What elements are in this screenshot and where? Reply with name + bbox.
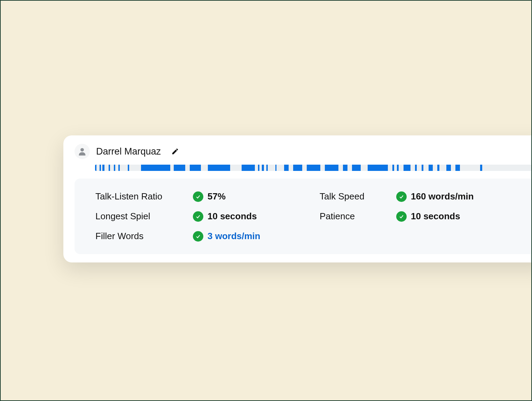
metric-value-talk-listen-ratio: 57% (193, 191, 320, 202)
timeline-segment (325, 165, 338, 171)
timeline-segment (437, 165, 439, 171)
timeline-segment (446, 165, 451, 171)
timeline-segment (455, 165, 460, 171)
timeline-segment (174, 165, 185, 171)
metric-label-longest-spiel: Longest Spiel (95, 211, 193, 222)
timeline-segment (343, 165, 347, 171)
avatar (75, 144, 90, 159)
timeline-segment (258, 165, 259, 171)
timeline-segment (293, 165, 302, 171)
timeline-segment (275, 165, 277, 171)
timeline-segment (95, 165, 96, 171)
check-icon (396, 191, 407, 202)
metrics-panel: Talk-Listen Ratio 57% Talk Speed 160 wor… (75, 179, 532, 254)
timeline-segment (368, 165, 388, 171)
timeline-segment (242, 165, 255, 171)
metric-label-talk-speed: Talk Speed (320, 191, 396, 202)
metric-text-link[interactable]: 3 words/min (208, 231, 260, 242)
timeline-segment (397, 165, 399, 171)
timeline-segment (114, 165, 115, 171)
timeline-segment (141, 165, 170, 171)
timeline-segment (100, 165, 101, 171)
timeline-segment (102, 165, 104, 171)
timeline-segment (429, 165, 433, 171)
timeline-segment (208, 165, 230, 171)
timeline-segment (404, 165, 410, 171)
metric-text: 10 seconds (208, 211, 257, 222)
pencil-icon (171, 148, 179, 155)
timeline-segment (415, 165, 417, 171)
check-icon (396, 211, 407, 222)
timeline-segment (284, 165, 289, 171)
metric-value-patience: 10 seconds (396, 211, 523, 222)
timeline-segment (480, 165, 482, 171)
metric-text: 10 seconds (411, 211, 460, 222)
timeline-segment (128, 165, 129, 171)
metric-label-filler-words: Filler Words (95, 231, 193, 242)
speaker-analysis-card: Darrel Marquaz Talk-Listen Ratio 57% Tal… (63, 135, 532, 262)
check-icon (193, 211, 203, 222)
metric-label-patience: Patience (320, 211, 396, 222)
metric-text: 57% (208, 191, 226, 202)
timeline-segment (262, 165, 264, 171)
timeline-segment (266, 165, 268, 171)
metric-value-talk-speed: 160 words/min (396, 191, 523, 202)
person-icon (77, 147, 87, 156)
timeline-segment (422, 165, 423, 171)
speaker-name: Darrel Marquaz (96, 146, 161, 157)
card-header: Darrel Marquaz (75, 144, 532, 159)
check-icon (193, 191, 203, 202)
metric-text: 160 words/min (411, 191, 474, 202)
talk-timeline[interactable] (95, 165, 532, 171)
metric-value-filler-words[interactable]: 3 words/min (193, 231, 320, 242)
timeline-segment (307, 165, 320, 171)
timeline-segment (392, 165, 394, 171)
metric-label-talk-listen-ratio: Talk-Listen Ratio (95, 191, 193, 202)
timeline-segment (190, 165, 201, 171)
check-icon (193, 231, 203, 242)
timeline-segment (109, 165, 110, 171)
metric-value-longest-spiel: 10 seconds (193, 211, 320, 222)
edit-name-button[interactable] (169, 146, 181, 157)
svg-point-0 (80, 148, 84, 151)
timeline-segment (118, 165, 120, 171)
timeline-segment (352, 165, 361, 171)
